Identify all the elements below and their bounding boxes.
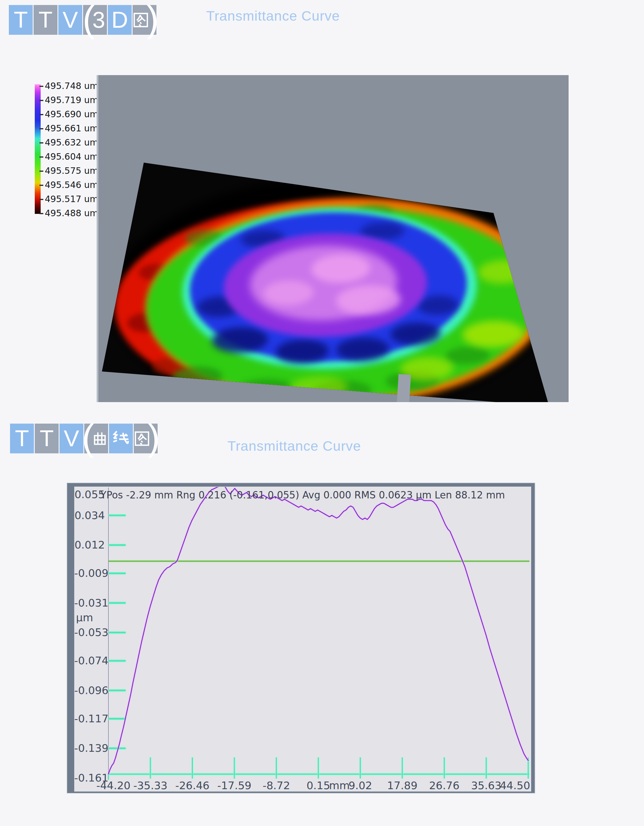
header-tile-图): ) <box>134 424 158 453</box>
legend-label: 495.748 um <box>45 81 98 91</box>
y-axis-label: -0.009 <box>74 567 105 579</box>
y-axis-label: -0.031 <box>74 597 105 609</box>
surface-panel <box>97 75 569 402</box>
header-tile-(3: (3 <box>83 5 107 35</box>
y-axis-label: 0.034 <box>74 509 105 522</box>
legend-tick <box>39 157 43 158</box>
letter-glyph: V <box>62 6 78 33</box>
paren-glyph: ) <box>147 1 159 37</box>
legend-label: 495.690 um <box>45 109 98 119</box>
letter-glyph: D <box>111 6 128 33</box>
legend-label: 495.661 um <box>45 123 98 134</box>
wafer-notch <box>397 374 411 402</box>
header-tile-V: V <box>58 5 82 35</box>
profile-chart-title: YPos -2.29 mm Rng 0.216 (-0.161,0.055) A… <box>74 489 531 501</box>
y-axis-label: -0.053 <box>74 627 105 638</box>
x-axis-label: -17.59 <box>213 780 257 792</box>
legend-tick <box>39 199 43 200</box>
legend-tick <box>39 114 43 115</box>
legend-tick <box>39 128 43 129</box>
legend-label: 495.575 um <box>45 166 98 176</box>
cjk-glyph-线 <box>111 427 131 451</box>
header-3d-tiles: TTV(3D) <box>9 5 157 35</box>
header-tile-图): ) <box>133 5 157 35</box>
x-axis-label: 44.50 <box>493 780 537 792</box>
profile-curve-glow <box>109 487 528 774</box>
header-tile-T: T <box>35 424 59 453</box>
paren-glyph: ( <box>82 419 94 456</box>
header-tile-T: T <box>10 424 34 453</box>
letter-glyph: T <box>15 425 29 452</box>
legend-tick <box>39 86 43 87</box>
legend-tick <box>39 100 43 101</box>
legend-label: 495.604 um <box>45 151 98 162</box>
header-tile-线 <box>109 424 133 453</box>
surface-base-plane <box>98 75 569 402</box>
colorbar <box>35 84 41 214</box>
y-unit-label: µm <box>76 612 93 624</box>
letter-glyph: V <box>64 425 79 452</box>
legend-label: 495.488 um <box>45 208 98 218</box>
header-curve-tiles: TTV() <box>10 424 158 453</box>
y-axis-label: 0.012 <box>74 539 105 551</box>
cjk-glyph-曲 <box>92 427 108 451</box>
profile-curve <box>109 487 528 774</box>
x-axis-label: -26.46 <box>170 780 214 792</box>
y-axis-label: -0.117 <box>74 713 105 725</box>
legend-tick <box>39 213 43 214</box>
profile-chart-area: YPos -2.29 mm Rng 0.216 (-0.161,0.055) A… <box>74 487 531 792</box>
y-axis-label: -0.096 <box>74 685 105 696</box>
letter-glyph: T <box>14 6 28 33</box>
profile-chart-frame: YPos -2.29 mm Rng 0.216 (-0.161,0.055) A… <box>67 483 535 793</box>
header-tile-T: T <box>9 5 33 35</box>
y-axis-label: -0.139 <box>74 742 105 754</box>
y-axis-label: -0.074 <box>74 655 105 667</box>
legend-label: 495.719 um <box>45 95 98 105</box>
paren-glyph: ( <box>82 1 95 37</box>
x-axis-label: 26.76 <box>422 780 466 792</box>
header-3d-subtitle: Transmittance Curve <box>206 8 340 24</box>
legend-tick <box>39 142 43 143</box>
legend-label: 495.546 um <box>45 180 98 190</box>
legend-label: 495.517 um <box>45 194 98 204</box>
x-axis-label: -35.33 <box>129 780 173 792</box>
profile-plot-canvas <box>74 487 531 792</box>
legend-tick <box>39 185 43 186</box>
legend-tick <box>39 171 43 172</box>
x-axis-label: 17.89 <box>380 780 425 792</box>
letter-glyph: T <box>40 425 54 452</box>
profile-curve-glow <box>109 487 528 774</box>
header-tile-V: V <box>59 424 83 453</box>
legend-label: 495.632 um <box>45 137 98 148</box>
page: TTV(3D) Transmittance Curve 495.748 um49… <box>0 0 644 826</box>
header-tile-(曲: ( <box>84 424 108 453</box>
paren-glyph: ) <box>148 419 160 456</box>
header-tile-T: T <box>34 5 57 35</box>
letter-glyph: T <box>39 6 53 33</box>
x-unit-label: mm <box>326 780 353 792</box>
header-curve-subtitle: Transmittance Curve <box>227 438 361 454</box>
x-axis-label: -8.72 <box>254 780 298 792</box>
header-tile-D: D <box>108 5 132 35</box>
